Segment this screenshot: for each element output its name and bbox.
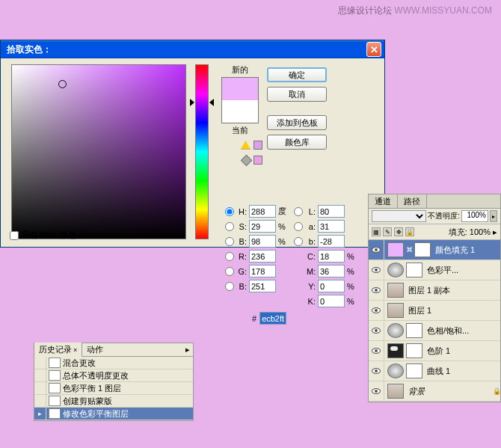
visibility-toggle[interactable] xyxy=(369,361,384,381)
web-only-label: 只有 Web 颜色 xyxy=(22,230,76,241)
visibility-toggle[interactable] xyxy=(369,381,384,402)
history-row[interactable]: 创建剪贴蒙版 xyxy=(34,395,193,408)
radio-r[interactable] xyxy=(225,252,234,261)
panel-menu-icon[interactable]: ▸ xyxy=(182,345,193,355)
layer-row[interactable]: 色相/饱和... xyxy=(369,321,500,341)
layer-row[interactable]: 背景🔒 xyxy=(369,381,500,402)
layer-thumb xyxy=(387,303,404,318)
fill-value[interactable]: 100% xyxy=(470,227,491,236)
fill-arrow-icon[interactable]: ▸ xyxy=(493,227,497,237)
layer-row[interactable]: 图层 1 副本 xyxy=(369,280,500,301)
history-flag[interactable]: ▸ xyxy=(34,408,46,420)
tab-path[interactable]: 路径 xyxy=(398,194,427,208)
visibility-toggle[interactable] xyxy=(369,280,384,301)
layer-thumb xyxy=(387,283,404,298)
visibility-toggle[interactable] xyxy=(369,321,384,341)
history-row[interactable]: 混合更改 xyxy=(34,357,193,369)
history-row[interactable]: 色彩平衡 1 图层 xyxy=(34,382,193,395)
gamut-warning-icon[interactable] xyxy=(241,141,250,150)
tab-history[interactable]: 历史记录× xyxy=(34,343,82,357)
input-l[interactable] xyxy=(318,205,345,218)
websafe-warning-icon[interactable] xyxy=(241,154,253,166)
history-panel: 历史记录× 动作 ▸ 混合更改 总体不透明度更改 色彩平衡 1 图层 创建剪贴蒙… xyxy=(34,343,194,421)
input-m[interactable] xyxy=(318,265,345,277)
input-b2[interactable] xyxy=(318,235,345,248)
lock-transparency-icon[interactable]: ▦ xyxy=(372,227,381,236)
layer-row[interactable]: 图层 1 xyxy=(369,301,500,321)
input-r[interactable] xyxy=(249,250,276,263)
visibility-toggle[interactable] xyxy=(369,301,384,321)
lock-position-icon[interactable]: ✥ xyxy=(394,227,403,236)
hue-slider[interactable] xyxy=(195,64,209,239)
gamut-swatch[interactable] xyxy=(253,141,262,150)
input-a[interactable] xyxy=(318,220,345,233)
input-s[interactable] xyxy=(249,220,276,233)
radio-l[interactable] xyxy=(294,207,303,216)
radio-a[interactable] xyxy=(294,222,303,231)
history-row[interactable]: ▸修改色彩平衡图层 xyxy=(34,408,193,420)
radio-b2[interactable] xyxy=(294,237,303,246)
history-flag[interactable] xyxy=(34,395,46,408)
unit-m: % xyxy=(347,267,360,276)
layer-name: 色彩平... xyxy=(425,265,500,276)
input-bb[interactable] xyxy=(249,280,276,292)
input-h[interactable] xyxy=(249,205,276,218)
input-y[interactable] xyxy=(318,280,345,292)
radio-s[interactable] xyxy=(225,222,234,231)
radio-b[interactable] xyxy=(225,237,234,246)
layer-name: 色阶 1 xyxy=(425,346,500,357)
input-b[interactable] xyxy=(249,235,276,248)
label-new: 新的 xyxy=(232,64,248,76)
input-c[interactable] xyxy=(318,250,345,263)
websafe-swatch[interactable] xyxy=(253,156,262,165)
history-flag[interactable] xyxy=(34,357,46,369)
label-l: L: xyxy=(307,207,316,216)
history-icon xyxy=(49,383,61,393)
saturation-field[interactable] xyxy=(11,64,186,239)
tab-channel[interactable]: 通道 xyxy=(369,194,398,208)
radio-bb[interactable] xyxy=(225,282,234,291)
visibility-toggle[interactable] xyxy=(369,260,384,280)
history-flag[interactable] xyxy=(34,369,46,382)
lock-pixels-icon[interactable]: ✎ xyxy=(383,227,392,236)
visibility-toggle[interactable] xyxy=(369,240,384,260)
web-only-checkbox[interactable]: 只有 Web 颜色 xyxy=(10,230,76,241)
radio-h[interactable] xyxy=(225,207,234,216)
color-library-button[interactable]: 颜色库 xyxy=(267,135,327,150)
history-row[interactable]: 总体不透明度更改 xyxy=(34,369,193,382)
ok-button[interactable]: 确定 xyxy=(267,67,327,82)
titlebar[interactable]: 拾取实色： ✕ xyxy=(1,40,384,58)
dialog-title: 拾取实色： xyxy=(7,43,52,56)
eye-icon xyxy=(372,368,381,374)
layer-name: 色相/饱和... xyxy=(425,325,500,337)
input-hex[interactable] xyxy=(259,312,286,325)
opacity-arrow-icon[interactable]: ▸ xyxy=(490,210,497,222)
label-h: H: xyxy=(238,207,247,216)
layer-row[interactable]: 色彩平... xyxy=(369,260,500,280)
close-button[interactable]: ✕ xyxy=(366,42,381,57)
input-k[interactable] xyxy=(318,295,345,307)
history-icon xyxy=(49,408,61,419)
watermark: 思缘设计论坛 WWW.MISSYUAN.COM xyxy=(338,4,492,17)
layer-row[interactable]: 色阶 1 xyxy=(369,341,500,361)
history-flag[interactable] xyxy=(34,382,46,395)
visibility-toggle[interactable] xyxy=(369,341,384,361)
blend-mode-select[interactable] xyxy=(372,210,426,222)
history-icon xyxy=(49,396,61,406)
add-swatch-button[interactable]: 添加到色板 xyxy=(267,115,327,130)
layer-mask xyxy=(406,263,422,277)
layer-row[interactable]: ⌘颜色填充 1 xyxy=(369,240,500,260)
label-b: B: xyxy=(238,237,247,246)
input-g[interactable] xyxy=(249,265,276,277)
label-y: Y: xyxy=(307,282,316,291)
opacity-value[interactable]: 100% xyxy=(461,210,488,222)
eye-icon xyxy=(372,348,381,354)
radio-g[interactable] xyxy=(225,267,234,276)
cancel-button[interactable]: 取消 xyxy=(267,87,327,102)
web-only-check[interactable] xyxy=(10,231,19,240)
lock-all-icon[interactable]: 🔒 xyxy=(405,227,414,236)
opacity-label: 不透明度: xyxy=(428,211,460,221)
layer-row[interactable]: 曲线 1 xyxy=(369,361,500,381)
tab-action[interactable]: 动作 xyxy=(82,343,108,357)
eye-icon xyxy=(372,307,381,313)
